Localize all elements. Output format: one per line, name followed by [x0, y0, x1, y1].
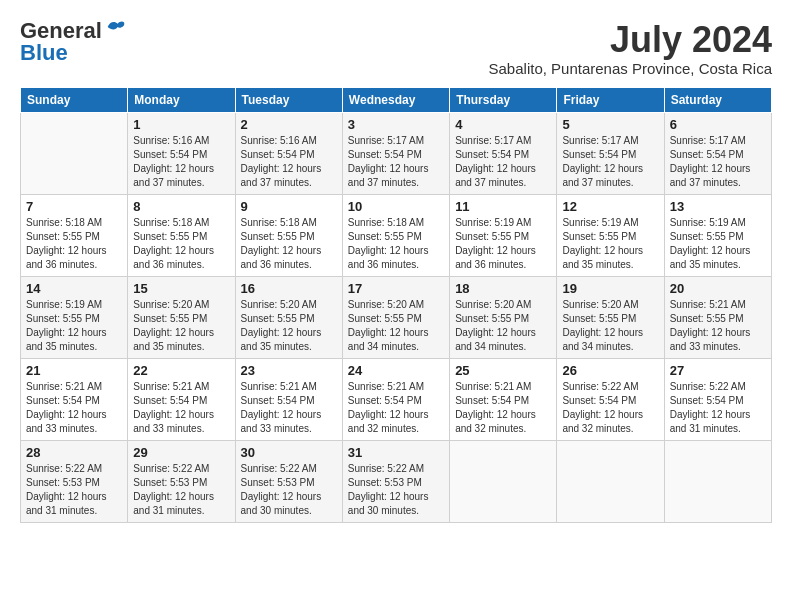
day-number: 29 [133, 445, 229, 460]
calendar-table: SundayMondayTuesdayWednesdayThursdayFrid… [20, 87, 772, 523]
calendar-cell: 22Sunrise: 5:21 AM Sunset: 5:54 PM Dayli… [128, 358, 235, 440]
day-detail: Sunrise: 5:22 AM Sunset: 5:53 PM Dayligh… [241, 462, 337, 518]
day-detail: Sunrise: 5:21 AM Sunset: 5:54 PM Dayligh… [455, 380, 551, 436]
day-detail: Sunrise: 5:22 AM Sunset: 5:53 PM Dayligh… [26, 462, 122, 518]
calendar-cell: 12Sunrise: 5:19 AM Sunset: 5:55 PM Dayli… [557, 194, 664, 276]
calendar-cell: 5Sunrise: 5:17 AM Sunset: 5:54 PM Daylig… [557, 112, 664, 194]
calendar-cell: 18Sunrise: 5:20 AM Sunset: 5:55 PM Dayli… [450, 276, 557, 358]
day-number: 16 [241, 281, 337, 296]
day-number: 23 [241, 363, 337, 378]
day-detail: Sunrise: 5:19 AM Sunset: 5:55 PM Dayligh… [26, 298, 122, 354]
calendar-cell: 2Sunrise: 5:16 AM Sunset: 5:54 PM Daylig… [235, 112, 342, 194]
calendar-cell: 16Sunrise: 5:20 AM Sunset: 5:55 PM Dayli… [235, 276, 342, 358]
day-detail: Sunrise: 5:22 AM Sunset: 5:53 PM Dayligh… [348, 462, 444, 518]
day-detail: Sunrise: 5:18 AM Sunset: 5:55 PM Dayligh… [241, 216, 337, 272]
day-number: 20 [670, 281, 766, 296]
day-number: 9 [241, 199, 337, 214]
day-detail: Sunrise: 5:19 AM Sunset: 5:55 PM Dayligh… [455, 216, 551, 272]
day-number: 25 [455, 363, 551, 378]
calendar-cell: 29Sunrise: 5:22 AM Sunset: 5:53 PM Dayli… [128, 440, 235, 522]
calendar-cell [450, 440, 557, 522]
calendar-cell: 3Sunrise: 5:17 AM Sunset: 5:54 PM Daylig… [342, 112, 449, 194]
day-detail: Sunrise: 5:19 AM Sunset: 5:55 PM Dayligh… [562, 216, 658, 272]
calendar-week-row: 1Sunrise: 5:16 AM Sunset: 5:54 PM Daylig… [21, 112, 772, 194]
calendar-cell: 7Sunrise: 5:18 AM Sunset: 5:55 PM Daylig… [21, 194, 128, 276]
calendar-week-row: 7Sunrise: 5:18 AM Sunset: 5:55 PM Daylig… [21, 194, 772, 276]
calendar-week-row: 14Sunrise: 5:19 AM Sunset: 5:55 PM Dayli… [21, 276, 772, 358]
day-detail: Sunrise: 5:22 AM Sunset: 5:53 PM Dayligh… [133, 462, 229, 518]
day-number: 22 [133, 363, 229, 378]
day-detail: Sunrise: 5:22 AM Sunset: 5:54 PM Dayligh… [670, 380, 766, 436]
day-detail: Sunrise: 5:20 AM Sunset: 5:55 PM Dayligh… [133, 298, 229, 354]
calendar-cell [664, 440, 771, 522]
calendar-cell: 25Sunrise: 5:21 AM Sunset: 5:54 PM Dayli… [450, 358, 557, 440]
logo-blue-text: Blue [20, 40, 68, 65]
calendar-header-thursday: Thursday [450, 87, 557, 112]
day-number: 17 [348, 281, 444, 296]
day-number: 14 [26, 281, 122, 296]
calendar-cell: 15Sunrise: 5:20 AM Sunset: 5:55 PM Dayli… [128, 276, 235, 358]
day-number: 26 [562, 363, 658, 378]
day-detail: Sunrise: 5:21 AM Sunset: 5:54 PM Dayligh… [348, 380, 444, 436]
day-detail: Sunrise: 5:16 AM Sunset: 5:54 PM Dayligh… [241, 134, 337, 190]
day-number: 5 [562, 117, 658, 132]
day-number: 18 [455, 281, 551, 296]
calendar-cell: 9Sunrise: 5:18 AM Sunset: 5:55 PM Daylig… [235, 194, 342, 276]
calendar-cell: 31Sunrise: 5:22 AM Sunset: 5:53 PM Dayli… [342, 440, 449, 522]
day-detail: Sunrise: 5:17 AM Sunset: 5:54 PM Dayligh… [348, 134, 444, 190]
day-number: 21 [26, 363, 122, 378]
day-detail: Sunrise: 5:21 AM Sunset: 5:54 PM Dayligh… [26, 380, 122, 436]
location-subtitle: Sabalito, Puntarenas Province, Costa Ric… [489, 60, 772, 77]
calendar-cell: 21Sunrise: 5:21 AM Sunset: 5:54 PM Dayli… [21, 358, 128, 440]
day-detail: Sunrise: 5:20 AM Sunset: 5:55 PM Dayligh… [241, 298, 337, 354]
calendar-week-row: 21Sunrise: 5:21 AM Sunset: 5:54 PM Dayli… [21, 358, 772, 440]
day-detail: Sunrise: 5:19 AM Sunset: 5:55 PM Dayligh… [670, 216, 766, 272]
calendar-cell: 6Sunrise: 5:17 AM Sunset: 5:54 PM Daylig… [664, 112, 771, 194]
day-detail: Sunrise: 5:16 AM Sunset: 5:54 PM Dayligh… [133, 134, 229, 190]
calendar-cell: 26Sunrise: 5:22 AM Sunset: 5:54 PM Dayli… [557, 358, 664, 440]
calendar-cell [557, 440, 664, 522]
day-number: 30 [241, 445, 337, 460]
calendar-header-sunday: Sunday [21, 87, 128, 112]
calendar-cell: 20Sunrise: 5:21 AM Sunset: 5:55 PM Dayli… [664, 276, 771, 358]
calendar-cell: 4Sunrise: 5:17 AM Sunset: 5:54 PM Daylig… [450, 112, 557, 194]
day-detail: Sunrise: 5:20 AM Sunset: 5:55 PM Dayligh… [455, 298, 551, 354]
day-number: 12 [562, 199, 658, 214]
month-title: July 2024 [489, 20, 772, 60]
day-number: 27 [670, 363, 766, 378]
day-number: 2 [241, 117, 337, 132]
day-number: 10 [348, 199, 444, 214]
calendar-header-saturday: Saturday [664, 87, 771, 112]
calendar-header-monday: Monday [128, 87, 235, 112]
calendar-cell: 30Sunrise: 5:22 AM Sunset: 5:53 PM Dayli… [235, 440, 342, 522]
calendar-cell [21, 112, 128, 194]
day-detail: Sunrise: 5:18 AM Sunset: 5:55 PM Dayligh… [133, 216, 229, 272]
day-number: 19 [562, 281, 658, 296]
calendar-cell: 14Sunrise: 5:19 AM Sunset: 5:55 PM Dayli… [21, 276, 128, 358]
calendar-cell: 28Sunrise: 5:22 AM Sunset: 5:53 PM Dayli… [21, 440, 128, 522]
day-number: 11 [455, 199, 551, 214]
calendar-header-wednesday: Wednesday [342, 87, 449, 112]
day-number: 31 [348, 445, 444, 460]
day-number: 1 [133, 117, 229, 132]
day-detail: Sunrise: 5:21 AM Sunset: 5:54 PM Dayligh… [133, 380, 229, 436]
page-header: General Blue July 2024 Sabalito, Puntare… [20, 20, 772, 77]
day-detail: Sunrise: 5:18 AM Sunset: 5:55 PM Dayligh… [348, 216, 444, 272]
calendar-cell: 13Sunrise: 5:19 AM Sunset: 5:55 PM Dayli… [664, 194, 771, 276]
calendar-header-row: SundayMondayTuesdayWednesdayThursdayFrid… [21, 87, 772, 112]
logo: General Blue [20, 20, 126, 64]
day-number: 4 [455, 117, 551, 132]
day-detail: Sunrise: 5:21 AM Sunset: 5:54 PM Dayligh… [241, 380, 337, 436]
calendar-cell: 24Sunrise: 5:21 AM Sunset: 5:54 PM Dayli… [342, 358, 449, 440]
day-number: 28 [26, 445, 122, 460]
day-detail: Sunrise: 5:20 AM Sunset: 5:55 PM Dayligh… [348, 298, 444, 354]
calendar-week-row: 28Sunrise: 5:22 AM Sunset: 5:53 PM Dayli… [21, 440, 772, 522]
day-detail: Sunrise: 5:18 AM Sunset: 5:55 PM Dayligh… [26, 216, 122, 272]
logo-bird-icon [106, 18, 126, 36]
calendar-cell: 23Sunrise: 5:21 AM Sunset: 5:54 PM Dayli… [235, 358, 342, 440]
calendar-cell: 8Sunrise: 5:18 AM Sunset: 5:55 PM Daylig… [128, 194, 235, 276]
day-detail: Sunrise: 5:21 AM Sunset: 5:55 PM Dayligh… [670, 298, 766, 354]
calendar-header-tuesday: Tuesday [235, 87, 342, 112]
calendar-cell: 1Sunrise: 5:16 AM Sunset: 5:54 PM Daylig… [128, 112, 235, 194]
calendar-cell: 11Sunrise: 5:19 AM Sunset: 5:55 PM Dayli… [450, 194, 557, 276]
